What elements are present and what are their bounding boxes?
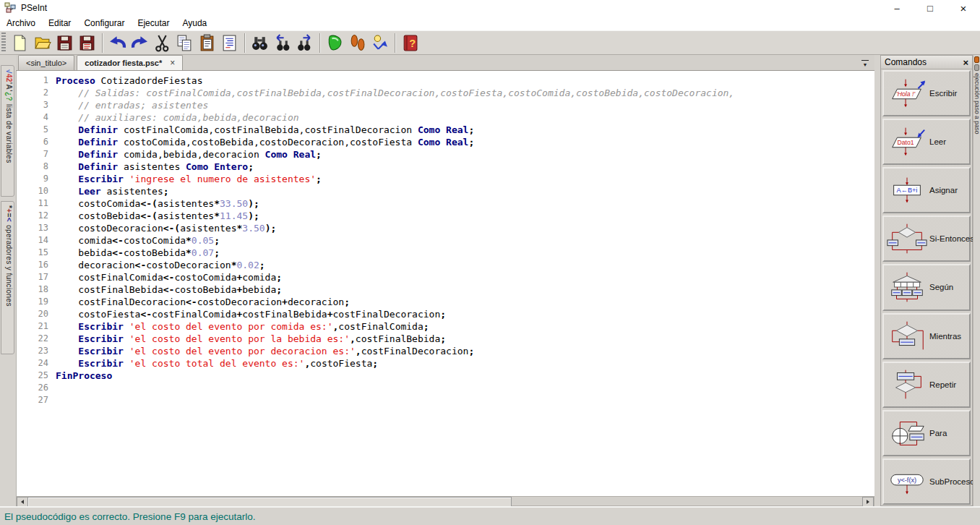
tab-sin-titulo[interactable]: <sin_titulo> <box>18 55 74 70</box>
code-line: 1Proceso CotizadordeFiestas <box>17 74 874 87</box>
command-label: Para <box>929 429 947 438</box>
code-line: 23 Escribir 'el costo del evento por dec… <box>17 345 874 357</box>
horizontal-scrollbar[interactable] <box>16 496 874 506</box>
command-seg-n[interactable]: Según <box>882 264 971 310</box>
toolbar-button-redo[interactable] <box>129 33 151 54</box>
comandos-close-icon[interactable]: × <box>963 57 968 68</box>
right-panel-rail[interactable]: ejecución paso a paso <box>973 55 980 506</box>
toolbar-button-save[interactable] <box>53 33 76 54</box>
panel-tab-ejecucion-paso-a-paso[interactable]: ejecución paso a paso <box>973 73 980 135</box>
code-line: 16 decoracion<-costoDecoracion*0.02; <box>17 259 874 271</box>
app-logo-icon <box>4 2 16 14</box>
menu-item-editar[interactable]: Editar <box>42 16 77 30</box>
toolbar-button-find-next[interactable] <box>293 33 316 54</box>
panel-tab-glyphs-icon: √42'A'¿? <box>5 69 13 101</box>
svg-text:?: ? <box>409 37 416 48</box>
code-text: Escribir 'el costo total del evento es:'… <box>56 357 378 370</box>
close-button[interactable]: × <box>947 0 980 16</box>
code-text: decoracion<-costoDecoracion*0.02; <box>56 259 265 271</box>
code-text: costFinalDecoracion<-costoDecoracion+dec… <box>56 296 350 308</box>
right-arrow-icon <box>867 500 869 504</box>
gutter-line-number: 12 <box>17 210 56 222</box>
command-subproceso[interactable]: y<-f(x)SubProceso <box>882 458 971 505</box>
code-line: 11 costoComida<-(asistentes*33.50); <box>17 197 874 210</box>
gutter-line-number: 11 <box>17 197 56 210</box>
toolbar-button-copy[interactable] <box>173 33 196 54</box>
command-mientras[interactable]: Mientras <box>882 313 971 359</box>
new-file-icon <box>11 34 29 52</box>
toolbar-button-paste[interactable] <box>196 33 218 54</box>
toolbar-button-find[interactable] <box>249 33 271 54</box>
code-text: FinProceso <box>56 370 112 382</box>
code-text: // Salidas: costFinalComida,costFinalBeb… <box>56 87 734 99</box>
minimize-button[interactable]: – <box>880 0 914 16</box>
help-icon: ? <box>401 34 419 52</box>
code-line: 9 Escribir 'ingrese el numero de asisten… <box>17 173 874 185</box>
gutter-line-number: 2 <box>17 87 56 99</box>
panel-tab-lista-de-variables[interactable]: √42'A'¿?lista de variables <box>1 65 14 197</box>
code-line: 27 <box>17 394 874 406</box>
toolbar-button-run[interactable] <box>324 33 346 54</box>
gutter-line-number: 15 <box>17 247 56 259</box>
toolbar-button-save-as[interactable] <box>76 33 98 54</box>
code-line: 19 costFinalDecoracion<-costoDecoracion+… <box>17 296 874 308</box>
scroll-left-button[interactable] <box>17 497 28 507</box>
command-repetir[interactable]: Repetir <box>882 362 971 408</box>
toolbar-button-new-file[interactable] <box>9 33 31 54</box>
svg-text:Dato1: Dato1 <box>897 139 914 146</box>
toolbar-button-draw-flowchart[interactable] <box>369 33 391 54</box>
code-line: 18 costFinalBebida<-costoBebida+bebida; <box>17 283 874 296</box>
scroll-thumb[interactable] <box>27 497 512 507</box>
segun-icon <box>886 270 928 304</box>
save-icon <box>56 34 74 52</box>
gutter-line-number: 27 <box>17 394 56 406</box>
code-text: costoFiesta<-costFinalComida+costFinalBe… <box>56 308 446 320</box>
tab-close-icon[interactable]: × <box>170 58 175 68</box>
command-label: Repetir <box>929 380 956 389</box>
toolbar-button-undo[interactable] <box>106 33 129 54</box>
command-si-entonces[interactable]: Si-Entonces <box>882 215 971 262</box>
command-para[interactable]: Para <box>882 410 971 456</box>
code-line: 3 // entradas; asistentes <box>17 99 874 111</box>
menu-item-ayuda[interactable]: Ayuda <box>176 16 213 30</box>
gutter-line-number: 21 <box>17 320 56 333</box>
toolbar-separator <box>395 33 395 53</box>
toolbar-button-open-file[interactable] <box>31 33 53 54</box>
code-editor[interactable]: 1Proceso CotizadordeFiestas2 // Salidas:… <box>16 71 874 496</box>
command-asignar[interactable]: A←B+iAsignar <box>882 167 971 213</box>
tab-cotizador-fiesta-psc[interactable]: cotizador fiesta.psc*× <box>77 55 183 70</box>
menu-item-configurar[interactable]: Configurar <box>77 16 131 30</box>
comandos-list: 'Hola !'EscribirDato1LeerA←B+iAsignarSi-… <box>881 69 972 505</box>
code-text: Definir comida,bebida,decoracion Como Re… <box>56 148 322 161</box>
toolbar-button-run-step[interactable] <box>346 33 369 54</box>
command-label: Asignar <box>929 186 958 195</box>
toolbar-button-find-prev[interactable] <box>271 33 293 54</box>
find-icon <box>251 34 269 52</box>
window-controls: –□× <box>880 0 980 16</box>
menu-item-archivo[interactable]: Archivo <box>0 16 42 30</box>
tab-list-dropdown-icon[interactable]: ▼ <box>860 60 870 67</box>
menu-item-ejecutar[interactable]: Ejecutar <box>131 16 176 30</box>
code-line: 2 // Salidas: costFinalComida,costFinalB… <box>17 87 874 99</box>
code-line: 20 costoFiesta<-costFinalComida+costFina… <box>17 308 874 320</box>
cut-icon <box>153 34 171 52</box>
paste-icon <box>198 34 216 52</box>
svg-text:'Hola !': 'Hola !' <box>896 90 915 98</box>
leer-icon: Dato1 <box>886 125 928 158</box>
run-step-icon <box>348 34 366 52</box>
undo-icon <box>108 34 126 52</box>
panel-tab-operadores-y-funciones[interactable]: *+=<operadores y funciones <box>1 201 14 354</box>
toolbar-grip-handle[interactable] <box>1 33 6 53</box>
toolbar-button-cut[interactable] <box>151 33 173 54</box>
para-icon <box>886 417 928 450</box>
command-leer[interactable]: Dato1Leer <box>882 119 971 165</box>
code-text: // entradas; asistentes <box>56 99 208 111</box>
gutter-line-number: 13 <box>17 222 56 234</box>
command-label: SubProceso <box>929 477 975 486</box>
command-escribir[interactable]: 'Hola !'Escribir <box>882 70 971 116</box>
toolbar-button-help[interactable]: ? <box>399 33 421 54</box>
panel-tab-label: operadores y funciones <box>5 225 13 307</box>
maximize-button[interactable]: □ <box>914 0 947 16</box>
toolbar-button-format-source[interactable] <box>218 33 241 54</box>
scroll-right-button[interactable] <box>862 497 874 507</box>
